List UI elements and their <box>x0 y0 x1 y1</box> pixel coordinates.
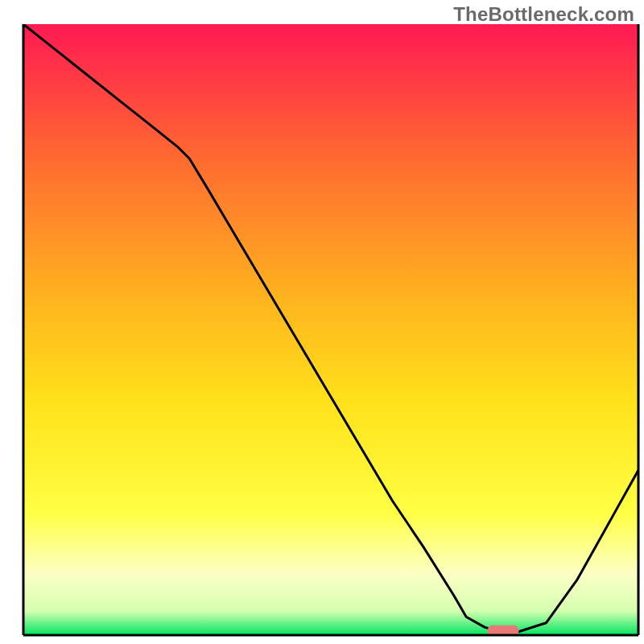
gradient-background <box>23 24 638 635</box>
watermark-text: TheBottleneck.com <box>453 3 634 26</box>
chart-container: TheBottleneck.com <box>0 0 644 644</box>
plot-area <box>23 24 638 636</box>
bottleneck-chart <box>0 0 644 644</box>
